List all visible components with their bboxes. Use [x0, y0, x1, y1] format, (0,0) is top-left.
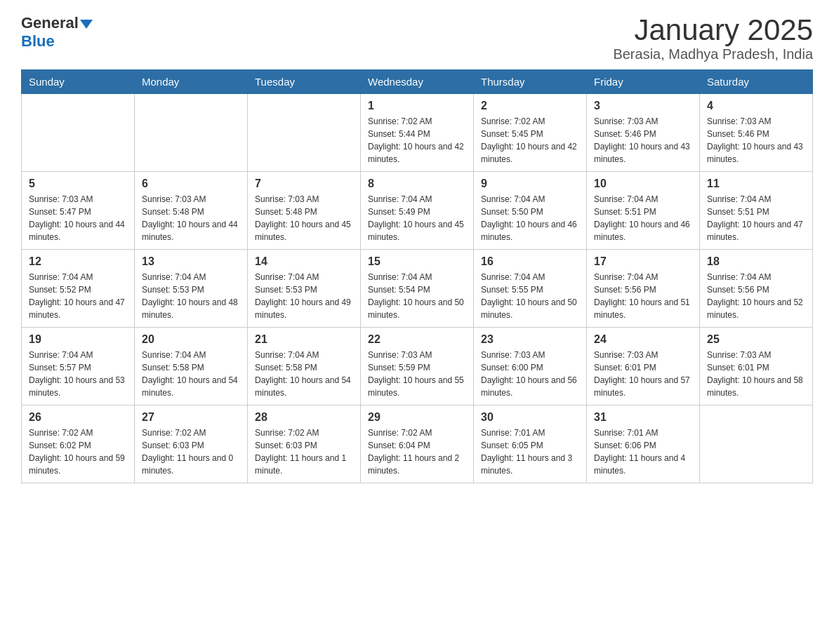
day-info: Sunrise: 7:04 AMSunset: 5:58 PMDaylight:…	[142, 349, 240, 399]
calendar-cell	[135, 94, 248, 172]
calendar-cell: 24Sunrise: 7:03 AMSunset: 6:01 PMDayligh…	[587, 328, 700, 405]
week-row-4: 19Sunrise: 7:04 AMSunset: 5:57 PMDayligh…	[22, 328, 813, 405]
calendar-cell: 5Sunrise: 7:03 AMSunset: 5:47 PMDaylight…	[22, 172, 135, 250]
day-of-week-tuesday: Tuesday	[248, 70, 361, 94]
calendar-cell: 17Sunrise: 7:04 AMSunset: 5:56 PMDayligh…	[587, 250, 700, 328]
calendar-cell	[248, 94, 361, 172]
day-info: Sunrise: 7:04 AMSunset: 5:53 PMDaylight:…	[255, 271, 353, 321]
day-number: 21	[255, 333, 353, 346]
calendar-cell: 3Sunrise: 7:03 AMSunset: 5:46 PMDaylight…	[587, 94, 700, 172]
day-of-week-thursday: Thursday	[474, 70, 587, 94]
calendar-cell: 29Sunrise: 7:02 AMSunset: 6:04 PMDayligh…	[361, 405, 474, 483]
day-info: Sunrise: 7:04 AMSunset: 5:57 PMDaylight:…	[29, 349, 127, 399]
day-info: Sunrise: 7:04 AMSunset: 5:54 PMDaylight:…	[368, 271, 466, 321]
day-number: 6	[142, 177, 240, 190]
day-number: 9	[481, 177, 579, 190]
title-block: January 2025 Berasia, Madhya Pradesh, In…	[613, 14, 813, 62]
week-row-2: 5Sunrise: 7:03 AMSunset: 5:47 PMDaylight…	[22, 172, 813, 250]
day-number: 5	[29, 177, 127, 190]
day-info: Sunrise: 7:03 AMSunset: 5:46 PMDaylight:…	[594, 115, 692, 166]
calendar-cell: 18Sunrise: 7:04 AMSunset: 5:56 PMDayligh…	[700, 250, 813, 328]
day-number: 19	[29, 333, 127, 346]
calendar-cell	[22, 94, 135, 172]
calendar-cell: 7Sunrise: 7:03 AMSunset: 5:48 PMDaylight…	[248, 172, 361, 250]
day-of-week-monday: Monday	[135, 70, 248, 94]
day-number: 3	[594, 100, 692, 112]
logo-general-text: General	[21, 14, 79, 32]
day-of-week-sunday: Sunday	[22, 70, 135, 94]
calendar-cell: 28Sunrise: 7:02 AMSunset: 6:03 PMDayligh…	[248, 405, 361, 483]
day-info: Sunrise: 7:04 AMSunset: 5:56 PMDaylight:…	[707, 271, 805, 321]
calendar-cell: 20Sunrise: 7:04 AMSunset: 5:58 PMDayligh…	[135, 328, 248, 405]
calendar-cell: 16Sunrise: 7:04 AMSunset: 5:55 PMDayligh…	[474, 250, 587, 328]
day-of-week-friday: Friday	[587, 70, 700, 94]
day-info: Sunrise: 7:03 AMSunset: 5:48 PMDaylight:…	[255, 193, 353, 243]
calendar-cell: 22Sunrise: 7:03 AMSunset: 5:59 PMDayligh…	[361, 328, 474, 405]
calendar-cell: 2Sunrise: 7:02 AMSunset: 5:45 PMDaylight…	[474, 94, 587, 172]
day-number: 24	[594, 333, 692, 346]
day-number: 25	[707, 333, 805, 346]
calendar-cell: 4Sunrise: 7:03 AMSunset: 5:46 PMDaylight…	[700, 94, 813, 172]
calendar-cell: 8Sunrise: 7:04 AMSunset: 5:49 PMDaylight…	[361, 172, 474, 250]
day-number: 11	[707, 177, 805, 190]
calendar-cell: 6Sunrise: 7:03 AMSunset: 5:48 PMDaylight…	[135, 172, 248, 250]
week-row-1: 1Sunrise: 7:02 AMSunset: 5:44 PMDaylight…	[22, 94, 813, 172]
logo-blue-text: Blue	[21, 32, 55, 50]
calendar-body: 1Sunrise: 7:02 AMSunset: 5:44 PMDaylight…	[22, 94, 813, 483]
calendar-cell: 11Sunrise: 7:04 AMSunset: 5:51 PMDayligh…	[700, 172, 813, 250]
page-header: General Blue January 2025 Berasia, Madhy…	[21, 14, 813, 62]
day-of-week-saturday: Saturday	[700, 70, 813, 94]
calendar-table: SundayMondayTuesdayWednesdayThursdayFrid…	[21, 69, 813, 483]
day-info: Sunrise: 7:04 AMSunset: 5:51 PMDaylight:…	[594, 193, 692, 243]
calendar-cell: 13Sunrise: 7:04 AMSunset: 5:53 PMDayligh…	[135, 250, 248, 328]
calendar-cell: 31Sunrise: 7:01 AMSunset: 6:06 PMDayligh…	[587, 405, 700, 483]
day-info: Sunrise: 7:03 AMSunset: 5:47 PMDaylight:…	[29, 193, 127, 243]
day-number: 7	[255, 177, 353, 190]
calendar-cell: 30Sunrise: 7:01 AMSunset: 6:05 PMDayligh…	[474, 405, 587, 483]
calendar-header: SundayMondayTuesdayWednesdayThursdayFrid…	[22, 70, 813, 94]
day-number: 10	[594, 177, 692, 190]
calendar-cell: 26Sunrise: 7:02 AMSunset: 6:02 PMDayligh…	[22, 405, 135, 483]
day-number: 28	[255, 411, 353, 424]
day-number: 22	[368, 333, 466, 346]
day-number: 1	[368, 100, 466, 112]
day-number: 17	[594, 255, 692, 268]
day-info: Sunrise: 7:02 AMSunset: 5:45 PMDaylight:…	[481, 115, 579, 166]
day-of-week-wednesday: Wednesday	[361, 70, 474, 94]
day-number: 29	[368, 411, 466, 424]
calendar-cell: 12Sunrise: 7:04 AMSunset: 5:52 PMDayligh…	[22, 250, 135, 328]
calendar-subtitle: Berasia, Madhya Pradesh, India	[613, 46, 813, 62]
calendar-cell: 27Sunrise: 7:02 AMSunset: 6:03 PMDayligh…	[135, 405, 248, 483]
day-info: Sunrise: 7:02 AMSunset: 5:44 PMDaylight:…	[368, 115, 466, 166]
calendar-cell: 15Sunrise: 7:04 AMSunset: 5:54 PMDayligh…	[361, 250, 474, 328]
calendar-title: January 2025	[613, 14, 813, 46]
day-info: Sunrise: 7:02 AMSunset: 6:02 PMDaylight:…	[29, 427, 127, 477]
day-info: Sunrise: 7:03 AMSunset: 5:46 PMDaylight:…	[707, 115, 805, 166]
calendar-cell: 1Sunrise: 7:02 AMSunset: 5:44 PMDaylight…	[361, 94, 474, 172]
day-number: 14	[255, 255, 353, 268]
week-row-3: 12Sunrise: 7:04 AMSunset: 5:52 PMDayligh…	[22, 250, 813, 328]
day-info: Sunrise: 7:03 AMSunset: 6:01 PMDaylight:…	[707, 349, 805, 399]
day-info: Sunrise: 7:02 AMSunset: 6:03 PMDaylight:…	[142, 427, 240, 477]
day-info: Sunrise: 7:04 AMSunset: 5:49 PMDaylight:…	[368, 193, 466, 243]
day-number: 31	[594, 411, 692, 424]
calendar-cell: 10Sunrise: 7:04 AMSunset: 5:51 PMDayligh…	[587, 172, 700, 250]
day-info: Sunrise: 7:02 AMSunset: 6:03 PMDaylight:…	[255, 427, 353, 477]
day-number: 23	[481, 333, 579, 346]
calendar-cell	[700, 405, 813, 483]
days-of-week-row: SundayMondayTuesdayWednesdayThursdayFrid…	[22, 70, 813, 94]
day-info: Sunrise: 7:01 AMSunset: 6:06 PMDaylight:…	[594, 427, 692, 477]
day-number: 26	[29, 411, 127, 424]
day-number: 2	[481, 100, 579, 112]
day-info: Sunrise: 7:04 AMSunset: 5:55 PMDaylight:…	[481, 271, 579, 321]
day-number: 16	[481, 255, 579, 268]
day-info: Sunrise: 7:04 AMSunset: 5:50 PMDaylight:…	[481, 193, 579, 243]
day-number: 27	[142, 411, 240, 424]
calendar-cell: 14Sunrise: 7:04 AMSunset: 5:53 PMDayligh…	[248, 250, 361, 328]
day-info: Sunrise: 7:03 AMSunset: 5:48 PMDaylight:…	[142, 193, 240, 243]
logo-triangle-icon	[80, 20, 93, 29]
week-row-5: 26Sunrise: 7:02 AMSunset: 6:02 PMDayligh…	[22, 405, 813, 483]
calendar-cell: 25Sunrise: 7:03 AMSunset: 6:01 PMDayligh…	[700, 328, 813, 405]
day-number: 12	[29, 255, 127, 268]
day-info: Sunrise: 7:03 AMSunset: 6:00 PMDaylight:…	[481, 349, 579, 399]
